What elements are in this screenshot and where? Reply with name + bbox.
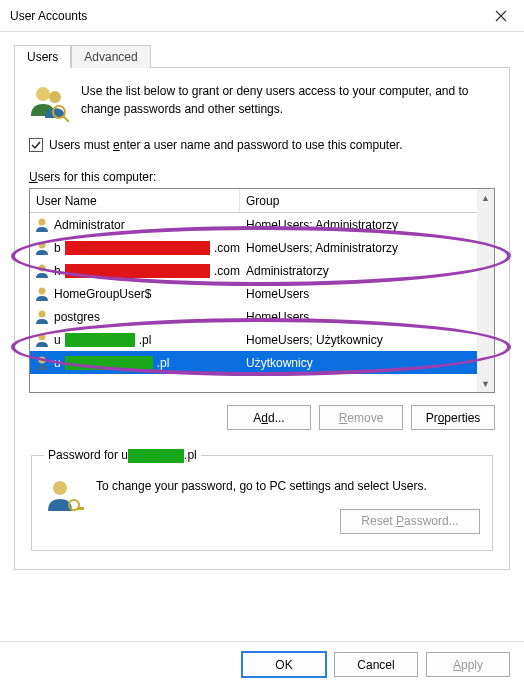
users-list-label: Users for this computer: xyxy=(29,170,495,184)
redacted-green-icon xyxy=(65,356,153,370)
svg-point-10 xyxy=(39,356,46,363)
table-row[interactable]: u.plHomeUsers; Użytkownicy xyxy=(30,328,477,351)
add-button[interactable]: Add... xyxy=(227,405,311,430)
scroll-up-icon[interactable]: ▲ xyxy=(477,189,494,206)
users-listview[interactable]: User Name Group ▲ ▼ AdministratorHomeUse… xyxy=(29,188,495,393)
list-header: User Name Group xyxy=(30,189,494,213)
tab-strip: Users Advanced xyxy=(14,44,510,68)
redacted-red-icon xyxy=(65,241,210,255)
svg-line-3 xyxy=(63,116,69,122)
svg-point-1 xyxy=(49,91,61,103)
must-enter-password-label: Users must enter a user name and passwor… xyxy=(49,138,403,152)
window-title: User Accounts xyxy=(10,9,87,23)
intro-text: Use the list below to grant or deny user… xyxy=(81,82,495,118)
password-groupbox-legend: Password for u.pl xyxy=(44,448,201,463)
column-header-group[interactable]: Group xyxy=(240,189,494,212)
table-row[interactable]: h.comAdministratorzy xyxy=(30,259,477,282)
password-groupbox: Password for u.pl To change your passwor… xyxy=(31,448,493,551)
table-row[interactable]: HomeGroupUser$HomeUsers xyxy=(30,282,477,305)
users-hero-icon xyxy=(29,82,69,122)
svg-point-0 xyxy=(36,87,50,101)
table-row[interactable]: b.comHomeUsers; Administratorzy xyxy=(30,236,477,259)
table-row[interactable]: AdministratorHomeUsers; Administratorzy xyxy=(30,213,477,236)
ok-button[interactable]: OK xyxy=(242,652,326,677)
redacted-red-icon xyxy=(65,264,210,278)
svg-rect-13 xyxy=(77,507,84,510)
vertical-scrollbar[interactable]: ▲ ▼ xyxy=(477,189,494,392)
redacted-legend-icon xyxy=(128,449,184,463)
must-enter-password-checkbox[interactable] xyxy=(29,138,43,152)
check-icon xyxy=(31,140,41,150)
tab-advanced[interactable]: Advanced xyxy=(71,45,150,68)
svg-point-5 xyxy=(39,241,46,248)
svg-point-11 xyxy=(53,481,67,495)
svg-point-9 xyxy=(39,333,46,340)
properties-button[interactable]: Properties xyxy=(411,405,495,430)
apply-button[interactable]: Apply xyxy=(426,652,510,677)
close-button[interactable] xyxy=(478,0,524,32)
dialog-footer: OK Cancel Apply xyxy=(0,641,524,689)
column-header-username[interactable]: User Name xyxy=(30,189,240,212)
scroll-down-icon[interactable]: ▼ xyxy=(477,375,494,392)
tab-users[interactable]: Users xyxy=(14,45,71,68)
table-row[interactable]: u.plUżytkownicy xyxy=(30,351,477,374)
tab-page-users: Use the list below to grant or deny user… xyxy=(14,68,510,570)
svg-point-4 xyxy=(39,218,46,225)
titlebar: User Accounts xyxy=(0,0,524,32)
cancel-button[interactable]: Cancel xyxy=(334,652,418,677)
table-row[interactable]: postgresHomeUsers xyxy=(30,305,477,328)
svg-point-6 xyxy=(39,264,46,271)
user-key-icon xyxy=(44,477,84,517)
svg-point-8 xyxy=(39,310,46,317)
close-icon xyxy=(495,10,507,22)
svg-point-7 xyxy=(39,287,46,294)
reset-password-button[interactable]: Reset Password... xyxy=(340,509,480,534)
remove-button[interactable]: Remove xyxy=(319,405,403,430)
redacted-green-icon xyxy=(65,333,135,347)
password-instruction-text: To change your password, go to PC settin… xyxy=(96,477,480,495)
